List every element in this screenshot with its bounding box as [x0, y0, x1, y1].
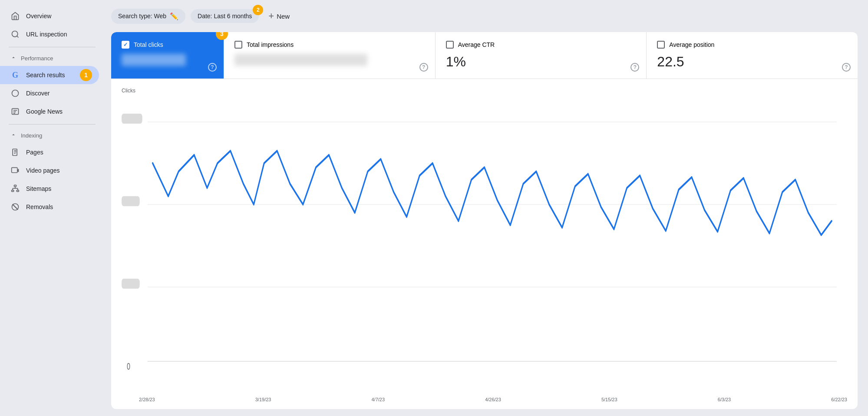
- date-label: Date: Last 6 months: [198, 13, 252, 20]
- svg-line-25: [13, 204, 18, 210]
- svg-rect-19: [17, 190, 19, 191]
- google-news-icon: [10, 107, 20, 116]
- svg-rect-26: [122, 114, 142, 124]
- chart-area: Clicks 0 2/28/23: [111, 79, 858, 409]
- divider-2: [9, 124, 96, 124]
- total-impressions-checkbox[interactable]: [234, 41, 242, 49]
- average-ctr-header: Average CTR: [446, 41, 636, 49]
- svg-point-0: [12, 31, 18, 37]
- chart-y-label: Clicks: [122, 88, 847, 94]
- x-label-2: 4/7/23: [372, 397, 385, 402]
- search-results-badge: 1: [80, 69, 92, 81]
- metric-average-position[interactable]: Average position 22.5 ?: [647, 32, 858, 79]
- new-label: New: [277, 13, 290, 20]
- svg-line-1: [17, 36, 19, 38]
- sidebar-item-removals[interactable]: Removals: [0, 198, 99, 216]
- svg-point-2: [12, 90, 19, 97]
- average-ctr-value: 1%: [446, 54, 636, 70]
- date-filter[interactable]: Date: Last 6 months 2: [191, 9, 259, 23]
- sidebar: Overview URL inspection Performance G Se…: [0, 0, 104, 416]
- metric-average-ctr[interactable]: Average CTR 1% ?: [436, 32, 647, 79]
- plus-icon: +: [268, 10, 274, 22]
- average-position-checkbox[interactable]: [657, 41, 665, 49]
- total-impressions-help-icon[interactable]: ?: [419, 63, 428, 72]
- sidebar-item-overview[interactable]: Overview: [0, 7, 99, 25]
- average-ctr-label: Average CTR: [458, 41, 495, 48]
- sitemaps-label: Sitemaps: [26, 185, 51, 192]
- main-content: Search type: Web ✏️ Date: Last 6 months …: [104, 0, 868, 416]
- total-impressions-header: Total impressions: [234, 41, 425, 49]
- total-impressions-value-blurred: [234, 54, 367, 66]
- average-ctr-help-icon[interactable]: ?: [630, 63, 639, 72]
- google-g-icon: G: [10, 70, 20, 80]
- average-position-header: Average position: [657, 41, 847, 49]
- search-type-label: Search type: Web: [118, 13, 166, 20]
- date-filter-wrapper: Date: Last 6 months 2: [191, 9, 259, 23]
- total-impressions-label: Total impressions: [247, 41, 294, 48]
- svg-rect-27: [122, 196, 140, 206]
- search-icon: [10, 29, 20, 39]
- metric-total-clicks[interactable]: Total clicks ? 3: [111, 32, 224, 79]
- x-axis-labels: 2/28/23 3/19/23 4/7/23 4/26/23 5/15/23 6…: [122, 394, 847, 402]
- svg-text:0: 0: [127, 361, 130, 372]
- removals-icon: [10, 202, 20, 212]
- svg-rect-28: [122, 279, 140, 289]
- average-position-help-icon[interactable]: ?: [842, 63, 851, 72]
- performance-section-label: Performance: [21, 55, 53, 62]
- indexing-section-header[interactable]: Indexing: [0, 128, 104, 143]
- sidebar-item-pages[interactable]: Pages: [0, 143, 99, 161]
- url-inspection-label: URL inspection: [26, 31, 67, 38]
- chart-container: 0: [122, 97, 847, 394]
- total-clicks-checkbox[interactable]: [122, 41, 129, 49]
- x-label-0: 2/28/23: [139, 397, 155, 402]
- new-button[interactable]: + New: [264, 7, 294, 25]
- pages-icon: [10, 147, 20, 157]
- svg-rect-15: [12, 167, 17, 173]
- x-label-6: 6/22/23: [831, 397, 847, 402]
- metric-total-impressions[interactable]: Total impressions ?: [224, 32, 436, 79]
- sidebar-item-google-news[interactable]: Google News: [0, 102, 99, 121]
- home-icon: [10, 11, 20, 21]
- content-area: Total clicks ? 3 Total impressions ?: [111, 32, 858, 409]
- edit-icon: ✏️: [170, 12, 178, 20]
- sidebar-item-video-pages[interactable]: Video pages: [0, 161, 99, 180]
- video-pages-label: Video pages: [26, 167, 60, 174]
- video-pages-icon: [10, 166, 20, 175]
- overview-label: Overview: [26, 13, 51, 20]
- svg-rect-18: [12, 190, 14, 191]
- indexing-section-label: Indexing: [21, 132, 42, 139]
- performance-section-header[interactable]: Performance: [0, 51, 104, 66]
- google-news-label: Google News: [26, 108, 63, 115]
- average-position-value: 22.5: [657, 54, 847, 70]
- discover-label: Discover: [26, 90, 50, 97]
- divider-1: [9, 47, 96, 47]
- total-clicks-help-icon[interactable]: ?: [208, 63, 217, 72]
- x-label-5: 6/3/23: [718, 397, 731, 402]
- sidebar-item-url-inspection[interactable]: URL inspection: [0, 25, 99, 43]
- search-type-filter[interactable]: Search type: Web ✏️: [111, 9, 185, 24]
- total-clicks-value-blurred: [122, 54, 186, 66]
- x-label-4: 5/15/23: [601, 397, 617, 402]
- discover-icon: [10, 88, 20, 98]
- sidebar-item-search-results[interactable]: G Search results 1: [0, 66, 99, 84]
- x-label-1: 3/19/23: [255, 397, 271, 402]
- svg-rect-17: [14, 185, 17, 187]
- metrics-row: Total clicks ? 3 Total impressions ?: [111, 32, 858, 79]
- toolbar: Search type: Web ✏️ Date: Last 6 months …: [111, 7, 858, 25]
- date-badge: 2: [253, 5, 263, 15]
- average-position-label: Average position: [669, 41, 714, 48]
- removals-label: Removals: [26, 203, 53, 210]
- clicks-chart: 0: [122, 97, 847, 394]
- search-results-label: Search results: [26, 72, 65, 79]
- total-clicks-header: Total clicks: [122, 41, 213, 49]
- sidebar-item-discover[interactable]: Discover: [0, 84, 99, 102]
- sidebar-item-sitemaps[interactable]: Sitemaps: [0, 180, 99, 198]
- pages-label: Pages: [26, 149, 43, 156]
- average-ctr-checkbox[interactable]: [446, 41, 454, 49]
- total-clicks-label: Total clicks: [134, 41, 163, 48]
- x-label-3: 4/26/23: [485, 397, 501, 402]
- sitemaps-icon: [10, 184, 20, 193]
